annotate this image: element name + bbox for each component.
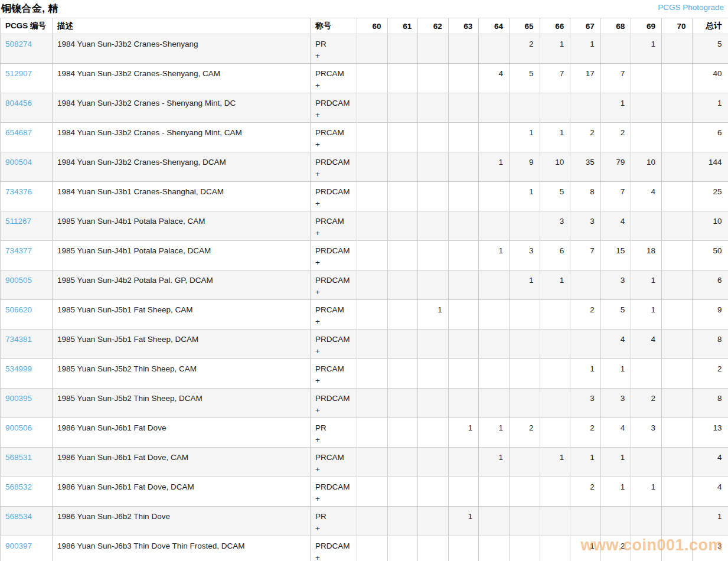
pcgs-number-link[interactable]: 900506 [5,423,32,432]
coin-description: 1986 Yuan Sun-J6b2 Thin Dove [53,507,311,536]
grade-count-cell [509,536,540,561]
pcgs-number-link[interactable]: 734376 [5,187,32,196]
coin-description: 1985 Yuan Sun-J4b1 Potala Palace, DCAM [53,241,311,270]
pcgs-number-link[interactable]: 512907 [5,69,32,78]
grade-count-cell [448,152,479,182]
grade-count-cell [479,389,510,418]
table-row: 7343811985 Yuan Sun-J5b1 Fat Sheep, DCAM… [1,330,728,359]
grade-count-cell: 7 [540,64,570,93]
pcgs-number-link[interactable]: 900504 [5,158,32,167]
table-row: 6546871984 Yuan Sun-J3b2 Cranes - Shenya… [1,123,728,152]
grade-count-cell [448,123,479,152]
grade-count-cell: 5 [600,300,631,330]
designation-plus: + [315,140,351,149]
grade-count-cell [387,64,418,93]
grade-count-cell [357,330,388,359]
designation-label: PRCAM [315,453,351,462]
grade-count-cell: 3 [570,211,601,241]
grade-count-cell: 1 [479,448,510,477]
designation-label: PRDCAM [315,482,351,491]
grade-count-cell: 7 [600,182,631,211]
grade-count-cell: 5 [509,64,540,93]
grade-count-cell [661,507,692,536]
designation-plus: + [315,553,351,561]
pcgs-number-link[interactable]: 568532 [5,482,32,491]
pcgs-number-link[interactable]: 568531 [5,453,32,462]
column-header-grade-62: 62 [418,18,449,34]
table-row: 7343771985 Yuan Sun-J4b1 Potala Palace, … [1,241,728,270]
pcgs-number-cell: 734381 [1,330,53,359]
grade-count-cell [661,93,692,123]
grade-count-cell: 1 [631,270,662,300]
pcgs-photograde-link[interactable]: PCGS Photograde [658,3,724,12]
pcgs-number-cell: 506620 [1,300,53,330]
grade-count-cell [448,477,479,507]
grade-count-cell [479,477,510,507]
pcgs-number-cell: 900506 [1,418,53,448]
pcgs-number-link[interactable]: 734377 [5,246,32,255]
designation-label: PRDCAM [315,246,351,255]
grade-count-cell [418,477,449,507]
total-count-cell: 10 [692,211,728,241]
designation-plus: + [315,465,351,474]
grade-count-cell [631,64,662,93]
grade-count-cell [661,477,692,507]
grade-count-cell [357,241,388,270]
designation-cell: PRCAM+ [311,359,357,389]
pcgs-number-link[interactable]: 734381 [5,335,32,344]
designation-plus: + [315,258,351,267]
grade-count-cell [357,270,388,300]
designation-cell: PRCAM+ [311,123,357,152]
grade-count-cell [448,270,479,300]
pcgs-number-cell: 734377 [1,241,53,270]
pcgs-number-link[interactable]: 900505 [5,276,32,285]
grade-count-cell [418,34,449,64]
coin-description: 1984 Yuan Sun-J3b2 Cranes-Shenyang, DCAM [53,152,311,182]
grade-count-cell [387,211,418,241]
pcgs-number-cell: 900395 [1,389,53,418]
grade-count-cell [387,152,418,182]
grade-count-cell: 1 [418,300,449,330]
designation-cell: PRCAM+ [311,300,357,330]
pcgs-number-link[interactable]: 900395 [5,394,32,403]
designation-cell: PRDCAM+ [311,389,357,418]
designation-label: PRDCAM [315,542,351,550]
grade-count-cell: 1 [600,359,631,389]
designation-label: PRDCAM [315,158,351,167]
grade-count-cell [357,123,388,152]
designation-cell: PRDCAM+ [311,152,357,182]
pcgs-number-link[interactable]: 511267 [5,217,31,226]
grade-count-cell [387,182,418,211]
grade-count-cell: 5 [540,182,570,211]
total-count-cell: 144 [692,152,728,182]
grade-count-cell: 10 [631,152,662,182]
grade-count-cell [448,389,479,418]
pcgs-number-link[interactable]: 804456 [5,99,32,107]
pcgs-number-link[interactable]: 534999 [5,364,32,373]
grade-count-cell: 9 [509,152,540,182]
pcgs-number-link[interactable]: 654687 [5,128,32,137]
coin-description: 1984 Yuan Sun-J3b2 Cranes-Shenyang [53,34,311,64]
grade-count-cell: 1 [600,448,631,477]
total-count-cell: 13 [692,418,728,448]
coin-description: 1984 Yuan Sun-J3b2 Cranes-Shenyang, CAM [53,64,311,93]
grade-count-cell: 1 [509,123,540,152]
grade-count-cell [418,241,449,270]
column-header-grade-67: 67 [570,18,601,34]
pcgs-number-link[interactable]: 508274 [5,40,32,48]
table-row: 5685311986 Yuan Sun-J6b1 Fat Dove, CAMPR… [1,448,728,477]
grade-count-cell [661,270,692,300]
grade-count-cell: 7 [570,241,601,270]
pcgs-number-link[interactable]: 568534 [5,512,32,521]
grade-count-cell [509,477,540,507]
designation-cell: PRDCAM+ [311,536,357,561]
grade-count-cell [357,418,388,448]
grade-count-cell: 3 [509,241,540,270]
grade-count-cell [418,182,449,211]
pcgs-number-link[interactable]: 506620 [5,305,32,314]
designation-plus: + [315,81,351,90]
grade-count-cell [418,330,449,359]
designation-plus: + [315,435,351,444]
designation-label: PRDCAM [315,394,351,403]
pcgs-number-link[interactable]: 900397 [5,542,32,550]
